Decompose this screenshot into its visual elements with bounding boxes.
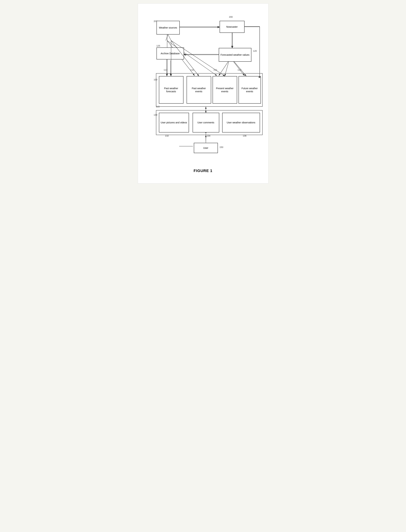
user-comments-label: User comments [197, 121, 214, 124]
forecasted-weather-box: Forecasted weather values [219, 48, 251, 62]
present-events-label: Present weather events [214, 87, 235, 93]
user-pictures-box: User pictures and videos [159, 113, 189, 133]
user-comments-box: User comments [193, 113, 219, 133]
label-132: 132 [165, 135, 169, 137]
present-events-box: Present weather events [212, 76, 237, 104]
label-125: 125 [157, 44, 160, 47]
weather-sources-box: Weather sources [157, 21, 180, 35]
nowcaster-label: Nowcaster [226, 25, 238, 28]
archive-database-box: Archive Database [157, 47, 184, 59]
forecasted-weather-label: Forecasted weather values [220, 53, 249, 56]
past-events-box: Past weather events [187, 76, 211, 104]
label-134: 134 [207, 135, 210, 137]
user-box: User [194, 143, 218, 153]
user-label: User [203, 146, 208, 149]
user-observations-box: User weather observations [222, 113, 260, 133]
label-111: 111 [214, 69, 217, 71]
past-forecasts-box: Past weather forecasts [159, 76, 183, 104]
user-pictures-label: User pictures and videos [161, 121, 187, 124]
figure-title: FIGURE 1 [145, 169, 261, 173]
label-120: 120 [253, 50, 257, 52]
past-events-label: Past weather events [188, 87, 210, 93]
diagram: 200 201 Weather sources Nowcaster 125 Ar… [145, 10, 261, 165]
weather-sources-label: Weather sources [159, 26, 177, 29]
archive-database-label: Archive Database [161, 52, 180, 55]
label-115: 115 [156, 105, 160, 108]
svg-line-27 [168, 35, 171, 41]
label-113: 113 [164, 69, 167, 71]
user-observations-label: User weather observations [227, 121, 255, 124]
page: 200 201 Weather sources Nowcaster 125 Ar… [138, 3, 268, 184]
future-events-box: Future weather events [239, 76, 261, 104]
label-136: 136 [243, 135, 246, 137]
past-forecasts-label: Past weather forecasts [161, 87, 182, 93]
label-110: 110 [190, 69, 194, 71]
future-events-label: Future weather events [240, 87, 259, 93]
nowcaster-box: Nowcaster [220, 21, 245, 33]
svg-line-28 [166, 35, 168, 41]
label-112: 112 [238, 69, 241, 71]
label-150: 150 [220, 146, 223, 149]
label-200: 200 [229, 16, 233, 18]
